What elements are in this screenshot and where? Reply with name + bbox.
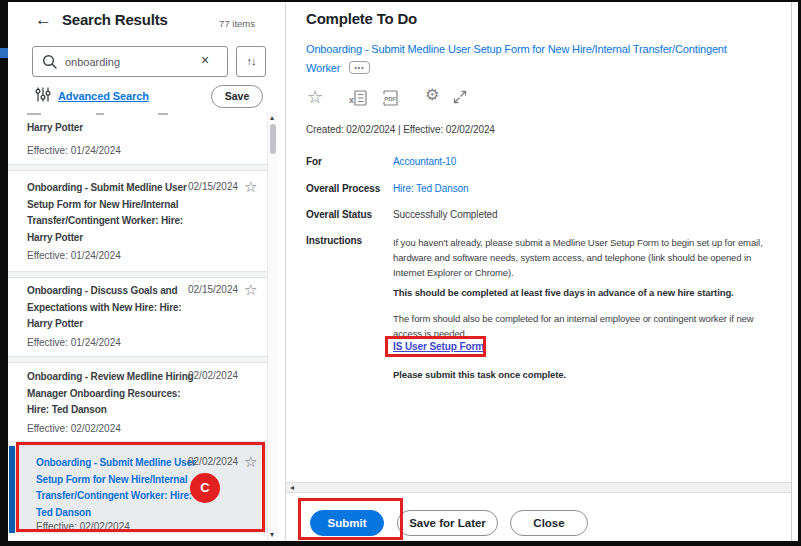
- related-actions-icon[interactable]: •••: [349, 61, 370, 74]
- list-item-date: 02/15/2024: [188, 284, 238, 295]
- list-item[interactable]: Onboarding - Submit Medline User Setup F…: [8, 171, 267, 271]
- annotation-badge-c: C: [190, 473, 220, 503]
- is-user-setup-form-link[interactable]: IS User Setup Form: [393, 341, 484, 352]
- horizontal-scrollbar[interactable]: ◂: [286, 482, 791, 493]
- back-arrow-icon[interactable]: ←: [35, 10, 52, 30]
- list-item-title: Harry Potter: [27, 120, 199, 137]
- list-item-effective: Effective: 02/02/2024: [36, 521, 130, 532]
- list-item[interactable]: Onboarding - Review Medline Hiring Manag…: [8, 363, 267, 441]
- clipped-text-fragment: [27, 113, 41, 115]
- items-count: 77 items: [176, 18, 255, 29]
- scroll-down-icon[interactable]: ▾: [270, 531, 274, 539]
- save-search-button[interactable]: Save: [211, 85, 263, 108]
- sort-icon: ↑↓: [247, 55, 256, 67]
- star-icon[interactable]: ☆: [244, 179, 257, 194]
- save-for-later-button[interactable]: Save for Later: [397, 510, 498, 536]
- right-edge-line: [791, 2, 792, 541]
- list-scrollbar[interactable]: ▴ ▾: [267, 112, 278, 541]
- scroll-up-icon[interactable]: ▴: [270, 114, 274, 122]
- list-separator: [8, 356, 267, 363]
- close-button[interactable]: Close: [510, 510, 588, 536]
- svg-text:x: x: [349, 95, 354, 105]
- favorite-star-icon[interactable]: ☆: [307, 86, 323, 108]
- submit-button[interactable]: Submit: [310, 510, 384, 536]
- list-item[interactable]: Onboarding - Discuss Goals and Expectati…: [8, 278, 267, 356]
- scrollbar-thumb[interactable]: [270, 124, 276, 154]
- field-label-overall-status: Overall Status: [306, 209, 372, 220]
- list-item-effective: Effective: 01/24/2024: [27, 337, 121, 348]
- list-item-effective: Effective: 01/24/2024: [27, 145, 121, 156]
- field-value-overall-process[interactable]: Hire: Ted Danson: [393, 183, 468, 194]
- list-item-selected[interactable]: Onboarding - Submit Medline User Setup F…: [15, 446, 267, 533]
- field-value-overall-status: Successfully Completed: [393, 209, 498, 220]
- scroll-left-icon[interactable]: ◂: [290, 484, 294, 492]
- expand-icon[interactable]: [453, 90, 467, 104]
- list-separator: [8, 271, 267, 278]
- field-label-for: For: [306, 156, 322, 167]
- list-separator: [8, 164, 267, 171]
- instructions-paragraph: If you haven't already, please submit a …: [393, 235, 793, 280]
- border-fragment: [0, 48, 8, 58]
- page-title: Complete To Do: [306, 10, 417, 27]
- list-item-effective: Effective: 01/24/2024: [27, 250, 121, 261]
- star-icon[interactable]: ☆: [244, 454, 257, 469]
- instructions-paragraph: The form should also be completed for an…: [393, 311, 793, 341]
- instructions-paragraph-bold: This should be completed at least five d…: [393, 285, 793, 300]
- gear-icon[interactable]: ⚙: [425, 85, 439, 104]
- list-item-date: 02/02/2024: [188, 370, 238, 381]
- list-item-date: 02/02/2024: [188, 456, 238, 467]
- list-item-title: Onboarding - Discuss Goals and Expectati…: [27, 283, 199, 333]
- instructions-paragraph-bold: Please submit this task once complete.: [393, 367, 793, 382]
- screenshot-frame: ← Search Results 77 items × ↑↓ Adv: [0, 0, 801, 546]
- advanced-search-link[interactable]: Advanced Search: [58, 90, 149, 102]
- filter-sliders-icon: [35, 87, 51, 102]
- panel-title: Search Results: [62, 11, 168, 28]
- list-item-effective: Effective: 02/02/2024: [27, 423, 121, 434]
- task-detail-panel: Complete To Do Onboarding - Submit Medli…: [286, 2, 791, 541]
- search-icon: [42, 54, 58, 70]
- search-input[interactable]: [65, 53, 183, 70]
- search-results-panel: ← Search Results 77 items × ↑↓ Adv: [8, 2, 285, 541]
- list-item-title: Onboarding - Submit Medline User Setup F…: [36, 455, 208, 521]
- list-item-date: 02/15/2024: [188, 181, 238, 192]
- list-item-title: Onboarding - Submit Medline User Setup F…: [27, 180, 199, 246]
- clipped-text-fragment: [96, 113, 104, 115]
- clear-icon[interactable]: ×: [201, 52, 209, 68]
- search-box[interactable]: ×: [32, 46, 228, 77]
- task-title-link[interactable]: Onboarding - Submit Medline User Setup F…: [306, 40, 794, 78]
- field-value-for[interactable]: Accountant-10: [393, 156, 456, 167]
- list-item-title: Onboarding - Review Medline Hiring Manag…: [27, 369, 199, 419]
- clipped-text-fragment: [158, 113, 168, 115]
- created-effective-meta: Created: 02/02/2024 | Effective: 02/02/2…: [306, 124, 495, 135]
- field-label-instructions: Instructions: [306, 235, 362, 246]
- field-label-overall-process: Overall Process: [306, 183, 380, 194]
- export-excel-icon[interactable]: x: [349, 90, 367, 106]
- svg-text:PDF: PDF: [384, 96, 396, 102]
- workday-modal: ← Search Results 77 items × ↑↓ Adv: [8, 2, 798, 541]
- star-icon[interactable]: ☆: [244, 282, 257, 297]
- export-pdf-icon[interactable]: PDF: [381, 90, 400, 106]
- sort-button[interactable]: ↑↓: [236, 46, 266, 77]
- list-item[interactable]: Harry Potter Effective: 01/24/2024: [8, 112, 267, 164]
